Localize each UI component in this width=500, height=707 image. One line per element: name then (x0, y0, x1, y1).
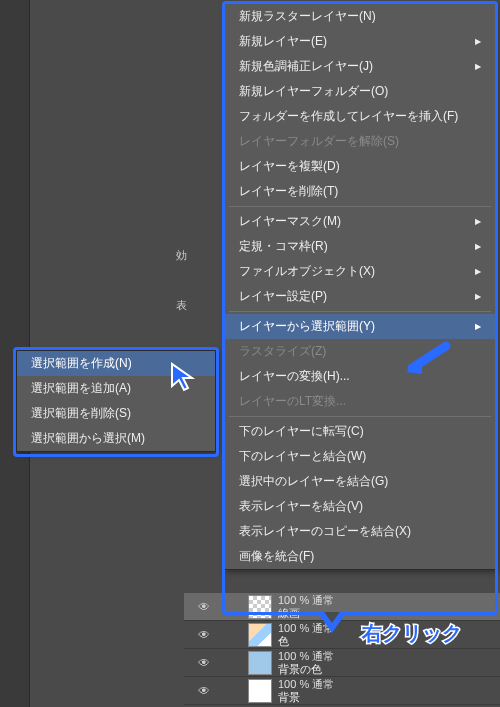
display-label: 表 (176, 298, 187, 313)
menu-item[interactable]: フォルダーを作成してレイヤーを挿入(F) (225, 104, 495, 129)
menu-item-label: フォルダーを作成してレイヤーを挿入(F) (239, 108, 458, 125)
layer-texts: 100 % 通常背景の色 (278, 650, 334, 674)
submenu-item[interactable]: 選択範囲を作成(N) (17, 351, 215, 376)
menu-item[interactable]: レイヤーを複製(D) (225, 154, 495, 179)
layer-opacity-label: 100 % 通常 (278, 650, 334, 662)
menu-item-label: 新規ラスターレイヤー(N) (239, 8, 376, 25)
menu-item-label: レイヤーのLT変換... (239, 393, 346, 410)
layer-name-label: 色 (278, 635, 334, 647)
menu-item-label: 新規レイヤーフォルダー(O) (239, 83, 388, 100)
menu-item: レイヤーのLT変換... (225, 389, 495, 414)
layer-thumbnail (248, 651, 272, 675)
menu-item-label: 表示レイヤーのコピーを結合(X) (239, 523, 411, 540)
menu-item: レイヤーフォルダーを解除(S) (225, 129, 495, 154)
annotation-callout: 右クリック (362, 620, 462, 647)
menu-item-label: レイヤーを複製(D) (239, 158, 340, 175)
layer-thumbnail (248, 679, 272, 703)
menu-item-label: 選択中のレイヤーを結合(G) (239, 473, 388, 490)
menu-item[interactable]: 選択中のレイヤーを結合(G) (225, 469, 495, 494)
menu-item[interactable]: レイヤー設定(P)▶ (225, 284, 495, 309)
layer-opacity-label: 100 % 通常 (278, 594, 334, 606)
menu-item-label: 下のレイヤーと結合(W) (239, 448, 366, 465)
layer-thumbnail (248, 623, 272, 647)
submenu-item-label: 選択範囲を作成(N) (31, 355, 132, 372)
menu-item[interactable]: 下のレイヤーに転写(C) (225, 419, 495, 444)
menu-item[interactable]: 定規・コマ枠(R)▶ (225, 234, 495, 259)
menu-separator (229, 416, 491, 417)
menu-item[interactable]: 下のレイヤーと結合(W) (225, 444, 495, 469)
layer-row[interactable]: 👁100 % 通常背景の色 (184, 649, 500, 677)
menu-item-label: レイヤー設定(P) (239, 288, 327, 305)
menu-separator (229, 311, 491, 312)
layer-texts: 100 % 通常背景 (278, 678, 334, 702)
menu-item[interactable]: 表示レイヤーのコピーを結合(X) (225, 519, 495, 544)
submenu-item-label: 選択範囲を追加(A) (31, 380, 131, 397)
eye-icon[interactable]: 👁 (184, 656, 224, 670)
menu-item[interactable]: 表示レイヤーを結合(V) (225, 494, 495, 519)
menu-item-label: レイヤーを削除(T) (239, 183, 338, 200)
submenu-item[interactable]: 選択範囲を追加(A) (17, 376, 215, 401)
menu-item-label: ラスタライズ(Z) (239, 343, 326, 360)
menu-item-label: レイヤーの変換(H)... (239, 368, 350, 385)
chevron-right-icon: ▶ (475, 322, 481, 331)
menu-item[interactable]: レイヤーを削除(T) (225, 179, 495, 204)
menu-item[interactable]: レイヤーから選択範囲(Y)▶ (225, 314, 495, 339)
menu-item[interactable]: 画像を統合(F) (225, 544, 495, 569)
layer-name-label: 背景の色 (278, 663, 334, 675)
annotation-tail-inner (324, 612, 339, 623)
menu-item-label: レイヤーフォルダーを解除(S) (239, 133, 399, 150)
menu-item-label: レイヤーマスク(M) (239, 213, 341, 230)
submenu-item-label: 選択範囲から選択(M) (31, 430, 145, 447)
menu-item: ラスタライズ(Z) (225, 339, 495, 364)
submenu-item[interactable]: 選択範囲から選択(M) (17, 426, 215, 451)
menu-separator (229, 206, 491, 207)
chevron-right-icon: ▶ (475, 242, 481, 251)
chevron-right-icon: ▶ (475, 267, 481, 276)
submenu-item[interactable]: 選択範囲を削除(S) (17, 401, 215, 426)
layer-thumbnail (248, 595, 272, 619)
menu-item-label: 定規・コマ枠(R) (239, 238, 328, 255)
menu-item[interactable]: レイヤーマスク(M)▶ (225, 209, 495, 234)
effect-label: 効 (176, 248, 187, 263)
menu-item[interactable]: レイヤーの変換(H)... (225, 364, 495, 389)
chevron-right-icon: ▶ (475, 217, 481, 226)
menu-item[interactable]: 新規レイヤー(E)▶ (225, 29, 495, 54)
submenu-item-label: 選択範囲を削除(S) (31, 405, 131, 422)
layer-opacity-label: 100 % 通常 (278, 678, 334, 690)
menu-item[interactable]: 新規ラスターレイヤー(N) (225, 4, 495, 29)
menu-item[interactable]: ファイルオブジェクト(X)▶ (225, 259, 495, 284)
menu-item-label: 下のレイヤーに転写(C) (239, 423, 364, 440)
layer-row[interactable]: 👁100 % 通常背景 (184, 677, 500, 705)
menu-item[interactable]: 新規レイヤーフォルダー(O) (225, 79, 495, 104)
layer-context-menu: 新規ラスターレイヤー(N)新規レイヤー(E)▶新規色調補正レイヤー(J)▶新規レ… (224, 3, 496, 570)
chevron-right-icon: ▶ (475, 37, 481, 46)
menu-item-label: ファイルオブジェクト(X) (239, 263, 375, 280)
menu-item-label: 新規レイヤー(E) (239, 33, 327, 50)
menu-item-label: 表示レイヤーを結合(V) (239, 498, 363, 515)
chevron-right-icon: ▶ (475, 292, 481, 301)
menu-item-label: 新規色調補正レイヤー(J) (239, 58, 373, 75)
menu-item[interactable]: 新規色調補正レイヤー(J)▶ (225, 54, 495, 79)
eye-icon[interactable]: 👁 (184, 684, 224, 698)
layer-panel: 👁100 % 通常線画👁100 % 通常色👁100 % 通常背景の色👁100 %… (184, 593, 500, 705)
eye-icon[interactable]: 👁 (184, 600, 224, 614)
chevron-right-icon: ▶ (475, 62, 481, 71)
eye-icon[interactable]: 👁 (184, 628, 224, 642)
menu-item-label: 画像を統合(F) (239, 548, 314, 565)
layer-name-label: 背景 (278, 691, 334, 703)
selection-from-layer-submenu: 選択範囲を作成(N)選択範囲を追加(A)選択範囲を削除(S)選択範囲から選択(M… (16, 350, 216, 452)
menu-item-label: レイヤーから選択範囲(Y) (239, 318, 375, 335)
